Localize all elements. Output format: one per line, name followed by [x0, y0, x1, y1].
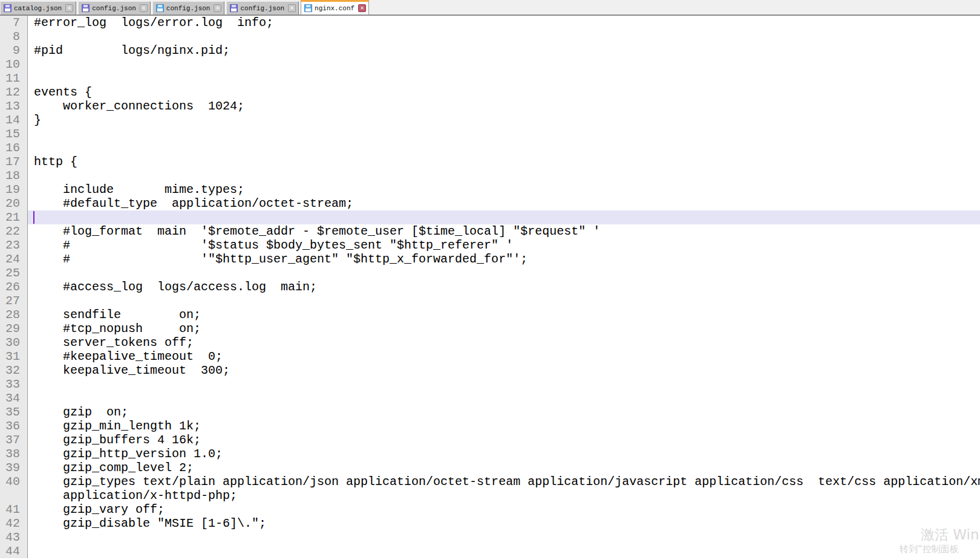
line-text[interactable]: include mime.types; — [28, 183, 980, 197]
line-text[interactable] — [28, 266, 980, 280]
line-text[interactable]: server_tokens off; — [28, 336, 980, 350]
line-text[interactable] — [28, 169, 980, 183]
code-line-wrapped[interactable]: application/x-httpd-php; — [0, 489, 980, 503]
tab-catalog.json[interactable]: catalog.json✕ — [0, 1, 76, 15]
code-line[interactable]: 9#pid logs/nginx.pid; — [0, 44, 980, 57]
line-text[interactable]: # '"$http_user_agent" "$http_x_forwarded… — [28, 252, 980, 266]
tab-nginx.conf[interactable]: nginx.conf✕ — [301, 0, 369, 15]
close-icon[interactable]: ✕ — [140, 4, 148, 12]
code-line[interactable]: 41 gzip_vary off; — [0, 503, 980, 516]
line-text[interactable]: http { — [28, 155, 980, 169]
code-line[interactable]: 33 — [0, 377, 980, 391]
code-line[interactable]: 36 gzip_min_length 1k; — [0, 419, 980, 433]
close-icon[interactable]: ✕ — [214, 4, 221, 12]
code-line[interactable]: 44 — [0, 544, 980, 558]
line-text[interactable]: #tcp_nopush on; — [28, 322, 980, 336]
line-text[interactable]: application/x-httpd-php; — [28, 489, 980, 503]
code-line[interactable]: 7#error_log logs/error.log info; — [0, 16, 980, 30]
code-line[interactable]: 8 — [0, 30, 980, 44]
line-text[interactable]: sendfile on; — [28, 308, 980, 322]
code-line[interactable]: 30 server_tokens off; — [0, 336, 980, 350]
code-line[interactable]: 10 — [0, 57, 980, 71]
line-text[interactable]: worker_connections 1024; — [28, 99, 980, 113]
code-line-current[interactable]: 21 — [0, 210, 980, 224]
code-line[interactable]: 28 sendfile on; — [0, 308, 980, 322]
line-number: 9 — [0, 44, 28, 57]
code-line[interactable]: 22 #log_format main '$remote_addr - $rem… — [0, 224, 980, 238]
close-icon[interactable]: ✕ — [358, 4, 366, 12]
line-text[interactable] — [28, 127, 980, 141]
code-line[interactable]: 43 — [0, 530, 980, 544]
code-line[interactable]: 17http { — [0, 155, 980, 169]
line-number: 31 — [0, 350, 28, 363]
line-text[interactable] — [28, 141, 980, 155]
code-line[interactable]: 15 — [0, 127, 980, 141]
line-text[interactable]: #access_log logs/access.log main; — [28, 280, 980, 294]
line-text[interactable]: gzip_types text/plain application/json a… — [28, 475, 980, 489]
line-number: 14 — [0, 113, 28, 127]
line-number: 32 — [0, 363, 28, 377]
code-line[interactable]: 25 — [0, 266, 980, 280]
close-icon[interactable]: ✕ — [65, 4, 73, 12]
code-line[interactable]: 34 — [0, 391, 980, 405]
line-text[interactable]: gzip_comp_level 2; — [28, 461, 980, 475]
line-text[interactable] — [28, 377, 980, 391]
line-text[interactable]: gzip on; — [28, 405, 980, 419]
close-icon[interactable]: ✕ — [288, 4, 296, 12]
code-line[interactable]: 20 #default_type application/octet-strea… — [0, 197, 980, 210]
line-text[interactable]: #keepalive_timeout 0; — [28, 350, 980, 363]
code-line[interactable]: 16 — [0, 141, 980, 155]
line-text[interactable] — [28, 30, 980, 44]
line-text[interactable] — [28, 210, 980, 224]
code-line[interactable]: 18 — [0, 169, 980, 183]
line-text[interactable]: events { — [28, 85, 980, 99]
code-line[interactable]: 35 gzip on; — [0, 405, 980, 419]
line-text[interactable] — [28, 391, 980, 405]
line-text[interactable]: gzip_disable "MSIE [1-6]\."; — [28, 516, 980, 530]
code-line[interactable]: 37 gzip_buffers 4 16k; — [0, 433, 980, 447]
code-line[interactable]: 24 # '"$http_user_agent" "$http_x_forwar… — [0, 252, 980, 266]
line-text[interactable] — [28, 530, 980, 544]
code-line[interactable]: 31 #keepalive_timeout 0; — [0, 350, 980, 363]
code-line[interactable]: 26 #access_log logs/access.log main; — [0, 280, 980, 294]
line-number: 38 — [0, 447, 28, 461]
code-line[interactable]: 32 keepalive_timeout 300; — [0, 363, 980, 377]
tab-config.json[interactable]: config.json✕ — [152, 1, 225, 15]
line-text[interactable]: gzip_min_length 1k; — [28, 419, 980, 433]
line-text[interactable] — [28, 57, 980, 71]
floppy-disk-icon — [4, 4, 11, 12]
code-line[interactable]: 39 gzip_comp_level 2; — [0, 461, 980, 475]
line-text[interactable]: #pid logs/nginx.pid; — [28, 44, 980, 57]
tab-config.json[interactable]: config.json✕ — [226, 1, 299, 15]
code-line[interactable]: 11 — [0, 71, 980, 85]
line-text[interactable]: gzip_buffers 4 16k; — [28, 433, 980, 447]
line-text[interactable] — [28, 544, 980, 558]
line-text[interactable]: } — [28, 113, 980, 127]
code-line[interactable]: 13 worker_connections 1024; — [0, 99, 980, 113]
tab-config.json[interactable]: config.json✕ — [78, 1, 151, 15]
line-text[interactable]: #default_type application/octet-stream; — [28, 197, 980, 210]
line-text[interactable]: gzip_vary off; — [28, 503, 980, 516]
line-text[interactable]: gzip_http_version 1.0; — [28, 447, 980, 461]
code-line[interactable]: 27 — [0, 294, 980, 308]
line-text[interactable]: keepalive_timeout 300; — [28, 363, 980, 377]
code-line[interactable]: 38 gzip_http_version 1.0; — [0, 447, 980, 461]
line-text[interactable] — [28, 71, 980, 85]
line-number: 16 — [0, 141, 28, 155]
line-number: 36 — [0, 419, 28, 433]
code-line[interactable]: 42 gzip_disable "MSIE [1-6]\."; — [0, 516, 980, 530]
line-text[interactable]: # '$status $body_bytes_sent "$http_refer… — [28, 238, 980, 252]
code-line[interactable]: 12events { — [0, 85, 980, 99]
watermark-line1: 激活 Windows — [921, 526, 980, 544]
code-editor[interactable]: 7#error_log logs/error.log info;89#pid l… — [0, 16, 980, 560]
line-text[interactable]: #error_log logs/error.log info; — [28, 16, 980, 30]
code-line[interactable]: 40 gzip_types text/plain application/jso… — [0, 475, 980, 489]
line-text[interactable] — [28, 294, 980, 308]
code-line[interactable]: 29 #tcp_nopush on; — [0, 322, 980, 336]
line-number: 15 — [0, 127, 28, 141]
tab-label: config.json — [166, 5, 211, 12]
code-line[interactable]: 23 # '$status $body_bytes_sent "$http_re… — [0, 238, 980, 252]
code-line[interactable]: 19 include mime.types; — [0, 183, 980, 197]
line-text[interactable]: #log_format main '$remote_addr - $remote… — [28, 224, 980, 238]
code-line[interactable]: 14} — [0, 113, 980, 127]
